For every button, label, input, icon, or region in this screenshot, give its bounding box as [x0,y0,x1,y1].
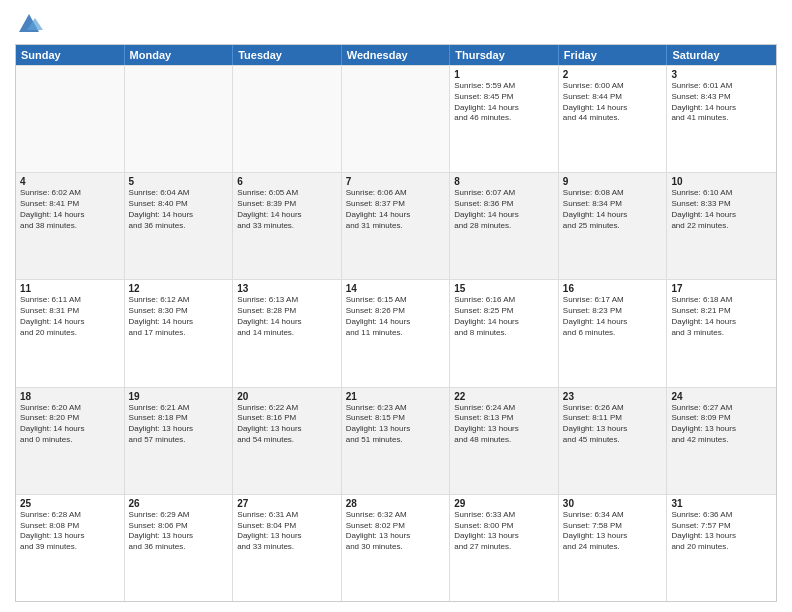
header-day-saturday: Saturday [667,45,776,65]
header-day-monday: Monday [125,45,234,65]
day-info: Sunrise: 6:31 AM Sunset: 8:04 PM Dayligh… [237,510,337,553]
day-number: 15 [454,283,554,294]
day-cell-7: 7Sunrise: 6:06 AM Sunset: 8:37 PM Daylig… [342,173,451,279]
calendar-row-3: 11Sunrise: 6:11 AM Sunset: 8:31 PM Dayli… [16,279,776,386]
day-cell-2: 2Sunrise: 6:00 AM Sunset: 8:44 PM Daylig… [559,66,668,172]
calendar-body: 1Sunrise: 5:59 AM Sunset: 8:45 PM Daylig… [16,65,776,601]
day-info: Sunrise: 6:22 AM Sunset: 8:16 PM Dayligh… [237,403,337,446]
day-number: 17 [671,283,772,294]
logo-icon [15,10,43,38]
day-cell-15: 15Sunrise: 6:16 AM Sunset: 8:25 PM Dayli… [450,280,559,386]
day-info: Sunrise: 6:01 AM Sunset: 8:43 PM Dayligh… [671,81,772,124]
day-cell-3: 3Sunrise: 6:01 AM Sunset: 8:43 PM Daylig… [667,66,776,172]
day-number: 19 [129,391,229,402]
day-info: Sunrise: 6:10 AM Sunset: 8:33 PM Dayligh… [671,188,772,231]
day-number: 12 [129,283,229,294]
day-number: 4 [20,176,120,187]
day-number: 11 [20,283,120,294]
header-day-tuesday: Tuesday [233,45,342,65]
day-cell-13: 13Sunrise: 6:13 AM Sunset: 8:28 PM Dayli… [233,280,342,386]
empty-cell [342,66,451,172]
day-info: Sunrise: 6:12 AM Sunset: 8:30 PM Dayligh… [129,295,229,338]
day-info: Sunrise: 6:16 AM Sunset: 8:25 PM Dayligh… [454,295,554,338]
day-info: Sunrise: 6:11 AM Sunset: 8:31 PM Dayligh… [20,295,120,338]
day-number: 24 [671,391,772,402]
day-cell-26: 26Sunrise: 6:29 AM Sunset: 8:06 PM Dayli… [125,495,234,601]
day-cell-10: 10Sunrise: 6:10 AM Sunset: 8:33 PM Dayli… [667,173,776,279]
day-number: 6 [237,176,337,187]
day-cell-19: 19Sunrise: 6:21 AM Sunset: 8:18 PM Dayli… [125,388,234,494]
day-number: 14 [346,283,446,294]
calendar-header: SundayMondayTuesdayWednesdayThursdayFrid… [16,45,776,65]
day-cell-23: 23Sunrise: 6:26 AM Sunset: 8:11 PM Dayli… [559,388,668,494]
header-day-friday: Friday [559,45,668,65]
day-info: Sunrise: 6:24 AM Sunset: 8:13 PM Dayligh… [454,403,554,446]
calendar-row-1: 1Sunrise: 5:59 AM Sunset: 8:45 PM Daylig… [16,65,776,172]
day-cell-20: 20Sunrise: 6:22 AM Sunset: 8:16 PM Dayli… [233,388,342,494]
day-cell-17: 17Sunrise: 6:18 AM Sunset: 8:21 PM Dayli… [667,280,776,386]
day-info: Sunrise: 6:00 AM Sunset: 8:44 PM Dayligh… [563,81,663,124]
calendar-row-5: 25Sunrise: 6:28 AM Sunset: 8:08 PM Dayli… [16,494,776,601]
empty-cell [233,66,342,172]
day-number: 28 [346,498,446,509]
day-number: 3 [671,69,772,80]
day-cell-14: 14Sunrise: 6:15 AM Sunset: 8:26 PM Dayli… [342,280,451,386]
header [15,10,777,38]
day-info: Sunrise: 6:17 AM Sunset: 8:23 PM Dayligh… [563,295,663,338]
day-cell-21: 21Sunrise: 6:23 AM Sunset: 8:15 PM Dayli… [342,388,451,494]
page: SundayMondayTuesdayWednesdayThursdayFrid… [0,0,792,612]
day-number: 5 [129,176,229,187]
day-number: 2 [563,69,663,80]
day-number: 22 [454,391,554,402]
day-info: Sunrise: 6:27 AM Sunset: 8:09 PM Dayligh… [671,403,772,446]
day-number: 29 [454,498,554,509]
day-info: Sunrise: 6:02 AM Sunset: 8:41 PM Dayligh… [20,188,120,231]
calendar-row-2: 4Sunrise: 6:02 AM Sunset: 8:41 PM Daylig… [16,172,776,279]
day-number: 31 [671,498,772,509]
day-info: Sunrise: 6:06 AM Sunset: 8:37 PM Dayligh… [346,188,446,231]
day-number: 21 [346,391,446,402]
day-number: 7 [346,176,446,187]
day-number: 26 [129,498,229,509]
day-cell-5: 5Sunrise: 6:04 AM Sunset: 8:40 PM Daylig… [125,173,234,279]
day-info: Sunrise: 6:08 AM Sunset: 8:34 PM Dayligh… [563,188,663,231]
day-number: 9 [563,176,663,187]
day-number: 20 [237,391,337,402]
day-cell-4: 4Sunrise: 6:02 AM Sunset: 8:41 PM Daylig… [16,173,125,279]
header-day-sunday: Sunday [16,45,125,65]
day-cell-27: 27Sunrise: 6:31 AM Sunset: 8:04 PM Dayli… [233,495,342,601]
day-number: 8 [454,176,554,187]
day-cell-22: 22Sunrise: 6:24 AM Sunset: 8:13 PM Dayli… [450,388,559,494]
day-info: Sunrise: 6:32 AM Sunset: 8:02 PM Dayligh… [346,510,446,553]
day-info: Sunrise: 5:59 AM Sunset: 8:45 PM Dayligh… [454,81,554,124]
day-number: 30 [563,498,663,509]
day-cell-24: 24Sunrise: 6:27 AM Sunset: 8:09 PM Dayli… [667,388,776,494]
day-number: 23 [563,391,663,402]
day-cell-11: 11Sunrise: 6:11 AM Sunset: 8:31 PM Dayli… [16,280,125,386]
day-info: Sunrise: 6:18 AM Sunset: 8:21 PM Dayligh… [671,295,772,338]
day-info: Sunrise: 6:04 AM Sunset: 8:40 PM Dayligh… [129,188,229,231]
logo [15,10,47,38]
day-info: Sunrise: 6:21 AM Sunset: 8:18 PM Dayligh… [129,403,229,446]
day-info: Sunrise: 6:36 AM Sunset: 7:57 PM Dayligh… [671,510,772,553]
day-info: Sunrise: 6:07 AM Sunset: 8:36 PM Dayligh… [454,188,554,231]
day-number: 1 [454,69,554,80]
calendar-row-4: 18Sunrise: 6:20 AM Sunset: 8:20 PM Dayli… [16,387,776,494]
empty-cell [16,66,125,172]
header-day-wednesday: Wednesday [342,45,451,65]
day-number: 16 [563,283,663,294]
day-cell-12: 12Sunrise: 6:12 AM Sunset: 8:30 PM Dayli… [125,280,234,386]
day-cell-29: 29Sunrise: 6:33 AM Sunset: 8:00 PM Dayli… [450,495,559,601]
day-info: Sunrise: 6:05 AM Sunset: 8:39 PM Dayligh… [237,188,337,231]
day-number: 25 [20,498,120,509]
day-number: 13 [237,283,337,294]
day-cell-9: 9Sunrise: 6:08 AM Sunset: 8:34 PM Daylig… [559,173,668,279]
day-cell-18: 18Sunrise: 6:20 AM Sunset: 8:20 PM Dayli… [16,388,125,494]
day-info: Sunrise: 6:34 AM Sunset: 7:58 PM Dayligh… [563,510,663,553]
calendar: SundayMondayTuesdayWednesdayThursdayFrid… [15,44,777,602]
day-info: Sunrise: 6:13 AM Sunset: 8:28 PM Dayligh… [237,295,337,338]
day-number: 10 [671,176,772,187]
day-cell-6: 6Sunrise: 6:05 AM Sunset: 8:39 PM Daylig… [233,173,342,279]
day-cell-8: 8Sunrise: 6:07 AM Sunset: 8:36 PM Daylig… [450,173,559,279]
empty-cell [125,66,234,172]
